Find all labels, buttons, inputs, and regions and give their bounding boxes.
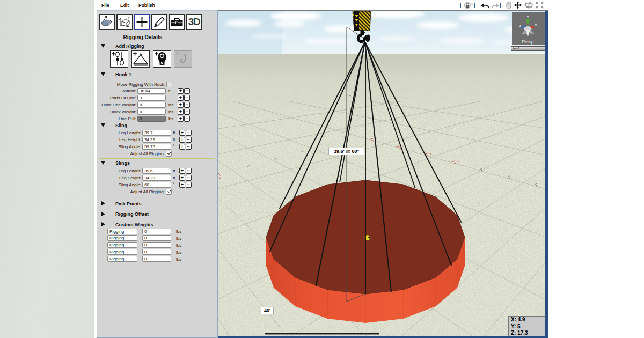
svg-text:x: x	[535, 23, 537, 27]
svg-text:z: z	[519, 24, 521, 27]
svg-text:Y: Y	[526, 14, 529, 19]
svg-text:Persp: Persp	[522, 39, 533, 45]
